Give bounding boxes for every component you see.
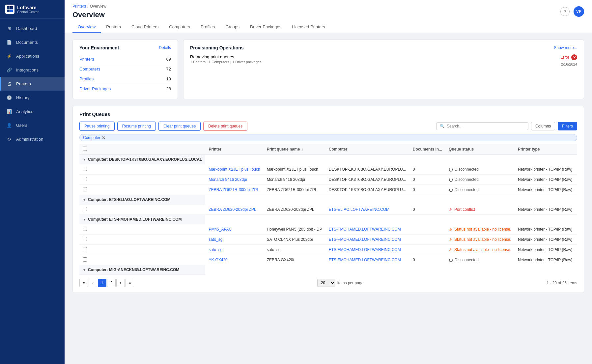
table-row: sato_sg sato_sg ETS-FMOHAMED.LOFTWAREINC… [79, 245, 577, 255]
search-input[interactable] [447, 124, 525, 128]
breadcrumb-parent[interactable]: Printers [72, 4, 86, 9]
sidebar-item-history[interactable]: 🕐 History [0, 91, 65, 104]
computer-link[interactable]: ETS-FMOHAMED.LOFTWAREINC.COM [329, 247, 401, 252]
env-item-link[interactable]: Driver Packages [79, 86, 111, 91]
applications-icon: ⚡ [6, 53, 12, 59]
status-disconnected: ⏻Disconnected [449, 187, 511, 192]
group-header-row: ▼ Computer: ETS-FMOHAMED.LOFTWAREINC.COM [79, 215, 577, 225]
row-checkbox[interactable] [83, 247, 87, 251]
delete-print-queues-button[interactable]: Delete print queues [203, 122, 247, 131]
details-link[interactable]: Details [159, 45, 171, 50]
env-item: Computers 72 [79, 64, 171, 74]
tab-licensed-printers[interactable]: Licensed Printers [287, 22, 330, 33]
svg-rect-1 [10, 6, 13, 9]
prov-status: Error ✕ 2/16/2024 [560, 54, 577, 66]
administration-icon: ⚙ [6, 136, 12, 142]
sidebar-item-documents[interactable]: 📄 Documents [0, 35, 65, 49]
tab-driver-packages[interactable]: Driver Packages [245, 22, 287, 33]
select-all-checkbox[interactable] [83, 147, 87, 151]
ac-cell: 19. [576, 255, 577, 265]
show-more-link[interactable]: Show more... [554, 45, 577, 50]
page-1-button[interactable]: 1 [98, 279, 106, 287]
prov-item-title[interactable]: Removing print queues [190, 54, 234, 59]
sidebar-item-analytics[interactable]: 📊 Analytics [0, 104, 65, 118]
env-item: Driver Packages 28 [79, 84, 171, 94]
per-page-dropdown[interactable]: 20 50 100 [317, 279, 335, 287]
tab-groups[interactable]: Groups [220, 22, 245, 33]
sidebar-item-applications[interactable]: ⚡ Applications [0, 49, 65, 63]
tab-cloud-printers[interactable]: Cloud Printers [126, 22, 164, 33]
columns-button[interactable]: Columns [531, 122, 555, 130]
first-page-button[interactable]: « [79, 279, 88, 287]
printer-link[interactable]: ZEBRA ZD620-203dpi ZPL [209, 207, 256, 212]
warning-icon: ⚠ [449, 227, 453, 232]
row-checkbox[interactable] [83, 207, 87, 211]
printer-link[interactable]: Markoprint X2JET plus Touch [209, 167, 260, 172]
prov-card-title: Provisioning Operations [190, 45, 244, 50]
chevron-down-icon[interactable]: ▼ [83, 158, 86, 161]
tab-computers[interactable]: Computers [164, 22, 195, 33]
chevron-down-icon[interactable]: ▼ [83, 268, 86, 272]
sidebar-item-integrations[interactable]: 🔗 Integrations [0, 63, 65, 77]
env-item-link[interactable]: Printers [79, 57, 94, 62]
row-checkbox[interactable] [83, 187, 87, 191]
breadcrumb-current: Overview [90, 4, 106, 9]
computer-link[interactable]: ETS-ELIAO.LOFTWAREINC.COM [329, 207, 389, 212]
computer-link[interactable]: ETS-FMOHAMED.LOFTWAREINC.COM [329, 258, 401, 262]
tab-printers[interactable]: Printers [101, 22, 126, 33]
env-item-link[interactable]: Profiles [79, 76, 94, 81]
status-cell: ⏻Disconnected [445, 255, 515, 265]
search-icon: 🔍 [440, 124, 445, 128]
computer-cell: DESKTOP-1K3T0BO.GALAXY.EUROPLU... [325, 164, 409, 175]
printer-link[interactable]: YK-GX420t [209, 258, 229, 262]
printer-name-cell: ZEBRA ZD620-203dpi ZPL [205, 205, 263, 215]
printer-link[interactable]: sato_sg [209, 237, 222, 242]
resume-printing-button[interactable]: Resume printing [117, 122, 156, 131]
sidebar-item-printers[interactable]: 🖨 Printers [0, 77, 65, 91]
row-checkbox[interactable] [83, 167, 87, 171]
env-item-link[interactable]: Computers [79, 67, 100, 71]
printer-name-cell: sato_sg [205, 235, 263, 245]
col-type: Printer type [515, 144, 576, 155]
row-checkbox[interactable] [83, 257, 87, 262]
printer-link[interactable]: PM45_APAC [209, 227, 232, 232]
chevron-down-icon[interactable]: ▼ [83, 198, 86, 202]
tabs-bar: OverviewPrintersCloud PrintersComputersP… [72, 22, 584, 33]
pause-printing-button[interactable]: Pause printing [79, 122, 115, 131]
filters-button[interactable]: Filters [558, 122, 577, 130]
next-page-button[interactable]: › [116, 279, 125, 287]
prov-card: Provisioning Operations Show more... Rem… [183, 40, 584, 99]
history-icon: 🕐 [6, 95, 12, 100]
table-header-row: Printer Print queue name ↑ Computer Docu… [79, 144, 577, 155]
tab-overview[interactable]: Overview [72, 22, 101, 33]
row-checkbox[interactable] [83, 227, 87, 231]
dashboard-icon: ⊞ [6, 25, 12, 31]
avatar[interactable]: VP [574, 6, 584, 17]
last-page-button[interactable]: » [126, 279, 134, 287]
row-checkbox[interactable] [83, 177, 87, 181]
prev-page-button[interactable]: ‹ [89, 279, 97, 287]
printer-link[interactable]: sato_sg [209, 247, 222, 252]
filter-tag-remove[interactable]: ✕ [102, 135, 106, 140]
computer-link[interactable]: ETS-FMOHAMED.LOFTWAREINC.COM [329, 227, 401, 232]
sidebar-item-label-users: Users [16, 123, 27, 128]
row-checkbox[interactable] [83, 237, 87, 241]
header-top: Printers / Overview Overview ? VP [72, 4, 584, 19]
printer-link[interactable]: ZEBRA ZD621R-300dpi ZPL [209, 187, 259, 192]
computer-cell: ETS-FMOHAMED.LOFTWAREINC.COM [325, 245, 409, 255]
computer-link[interactable]: ETS-FMOHAMED.LOFTWAREINC.COM [329, 237, 401, 242]
sidebar-item-administration[interactable]: ⚙ Administration [0, 132, 65, 146]
page-2-button[interactable]: 2 [107, 279, 116, 287]
help-button[interactable]: ? [560, 7, 570, 16]
content-area: Your Environment Details Printers 69 Com… [65, 33, 592, 364]
filter-tag-computer[interactable]: Computer ✕ [79, 134, 577, 141]
queue-name-cell: ZEBRA GX420t [264, 255, 325, 265]
prov-status-text: Error [560, 55, 569, 60]
chevron-down-icon[interactable]: ▼ [83, 218, 86, 221]
clear-print-queues-button[interactable]: Clear print queues [158, 122, 201, 131]
svg-rect-0 [7, 6, 10, 9]
tab-profiles[interactable]: Profiles [195, 22, 220, 33]
sidebar-item-dashboard[interactable]: ⊞ Dashboard [0, 21, 65, 35]
printer-link[interactable]: Monarch 9416 203dpi [209, 177, 247, 182]
sidebar-item-users[interactable]: 👤 Users [0, 118, 65, 132]
